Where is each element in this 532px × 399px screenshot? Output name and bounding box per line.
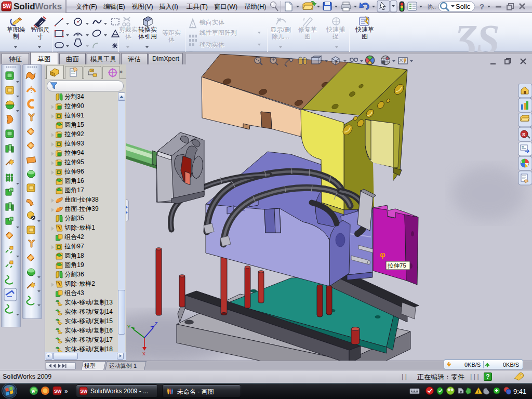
svg-text:0KB/S: 0KB/S: [503, 362, 519, 368]
svg-text:φ: φ: [380, 250, 385, 259]
svg-text:X: X: [142, 351, 145, 356]
svg-text:0KB/S: 0KB/S: [464, 362, 481, 368]
svg-text:SW: SW: [81, 389, 88, 394]
svg-text:协..: 协..: [427, 4, 436, 10]
svg-text:Solic: Solic: [456, 3, 471, 10]
svg-text:e: e: [32, 388, 35, 394]
svg-text:拉伸75: 拉伸75: [387, 262, 406, 269]
svg-text:SW: SW: [3, 3, 11, 9]
svg-text:SW: SW: [54, 389, 62, 394]
svg-text:!: !: [477, 389, 479, 394]
svg-text:y: y: [303, 17, 305, 21]
svg-text:Z: Z: [155, 321, 158, 326]
svg-text:S: S: [522, 132, 525, 137]
svg-text:»: »: [64, 388, 68, 395]
svg-text:Y: Y: [127, 324, 130, 329]
svg-text:?: ?: [480, 2, 484, 11]
